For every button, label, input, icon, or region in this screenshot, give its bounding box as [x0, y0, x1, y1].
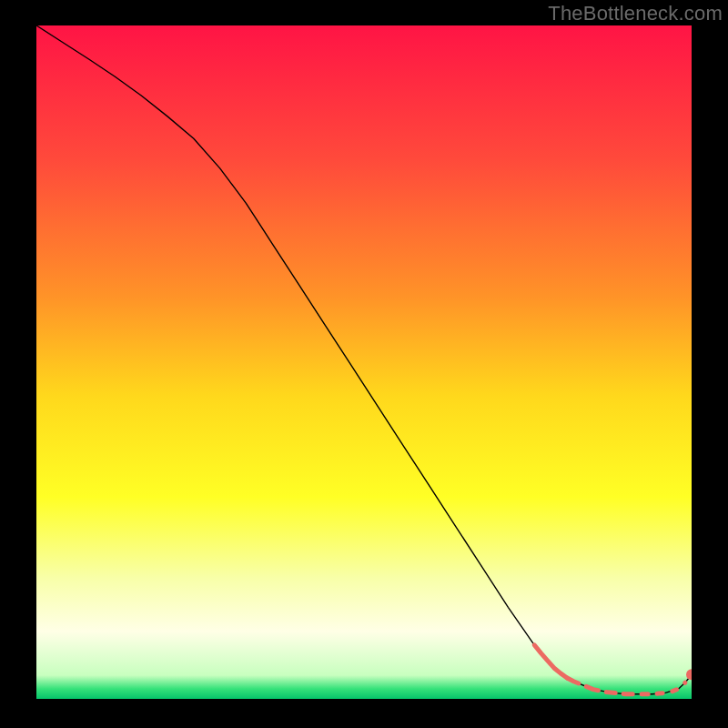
gradient-background: [36, 25, 692, 699]
watermark-text: TheBottleneck.com: [548, 2, 723, 25]
chart-frame: TheBottleneck.com: [0, 0, 728, 728]
chart-svg: [36, 25, 692, 699]
plot-area: [36, 25, 692, 699]
